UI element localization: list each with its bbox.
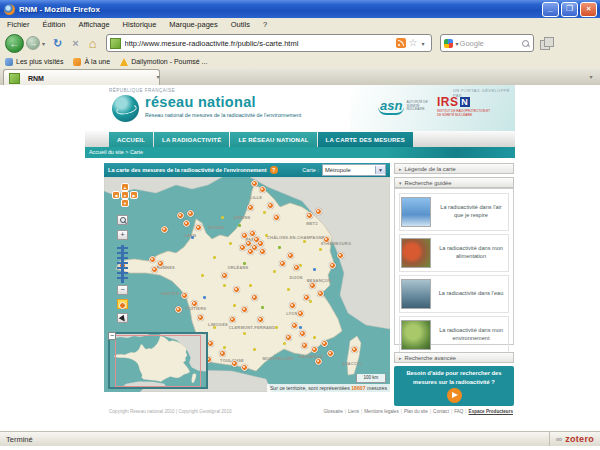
measure-marker[interactable] [229,316,236,323]
rss-icon[interactable] [396,38,406,48]
zoom-slider-tick[interactable] [117,272,128,274]
measure-marker[interactable] [181,292,188,299]
measure-marker[interactable] [287,252,294,259]
search-magnifier-icon[interactable] [521,39,530,48]
measure-marker[interactable] [273,214,280,221]
measure-marker[interactable] [183,220,190,227]
measure-marker[interactable] [279,260,286,267]
zoom-slider-tick[interactable] [117,262,128,264]
measure-marker[interactable] [161,226,168,233]
measure-marker[interactable] [233,286,240,293]
measure-marker[interactable] [323,236,330,243]
history-dropdown-icon[interactable]: ▾ [42,40,45,47]
measure-marker[interactable] [219,350,226,357]
url-text[interactable]: http://www.mesure-radioactivite.fr/publi… [125,39,396,48]
measure-marker[interactable] [291,322,298,329]
measure-marker[interactable] [175,306,182,313]
zoom-slider-tick[interactable] [117,267,128,269]
measure-marker[interactable] [221,272,228,279]
measure-marker[interactable] [259,186,266,193]
nav-tab-accueil[interactable]: ACCUEIL [109,132,153,147]
bookmark-most-visited[interactable]: Les plus visités [5,58,63,66]
measure-marker[interactable] [257,240,264,247]
restore-button[interactable]: ❐ [561,2,578,17]
tab-scroll-button[interactable]: ▾ [152,72,164,82]
measure-marker[interactable] [293,264,300,271]
bookmark-dailymotion[interactable]: Dailymotion - Poumsé ... [120,58,207,66]
measure-marker[interactable] [303,294,310,301]
zoom-slider-tick[interactable] [117,247,128,249]
measure-marker[interactable] [297,310,304,317]
bookmark-a-la-une[interactable]: À la une [73,58,110,66]
menu-edition[interactable]: Édition [43,20,66,29]
guided-item-environnement[interactable]: La radioactivité dans mon environnement [399,316,509,354]
measure-marker[interactable] [195,224,202,231]
measure-marker[interactable] [327,350,334,357]
search-input[interactable]: Google [460,39,521,48]
footer-link-mentions[interactable]: Mentions légales [364,409,404,414]
forward-button[interactable]: → [26,36,40,50]
zoom-box-tool-button[interactable] [117,215,128,225]
nav-tab-carte-des-mesures[interactable]: LA CARTE DES MESURES [318,132,413,147]
measure-marker[interactable] [301,342,308,349]
legend-accordion-header[interactable]: ▸ Légende de la carte [394,163,514,174]
footer-link-liens[interactable]: Liens [348,409,364,414]
measure-marker[interactable] [311,346,318,353]
measure-marker[interactable] [149,256,156,263]
menu-historique[interactable]: Historique [123,20,157,29]
measure-marker[interactable] [251,294,258,301]
menu-affichage[interactable]: Affichage [78,20,109,29]
zoom-slider-tick[interactable] [117,257,128,259]
search-engine-dropdown-icon[interactable]: ▾ [456,40,459,47]
extension-button-icon[interactable] [540,37,553,49]
inset-collapse-button[interactable]: − [108,332,116,340]
measure-marker[interactable] [285,334,292,341]
list-all-tabs-icon[interactable]: ▾ [585,72,597,82]
url-bar[interactable]: http://www.mesure-radioactivite.fr/publi… [106,34,432,52]
zoom-out-button[interactable]: − [117,285,128,295]
advanced-search-accordion-header[interactable]: ▸ Recherche avancée [394,352,514,363]
google-icon[interactable] [444,39,453,48]
measure-marker[interactable] [187,210,194,217]
markers-toggle-button[interactable] [117,299,128,309]
measure-marker[interactable] [247,248,254,255]
chevron-down-icon[interactable]: ▼ [375,166,385,174]
bookmark-star-icon[interactable]: ☆ [409,38,418,48]
zotero-zone[interactable]: ∞ zotero [549,432,600,446]
breadcrumb[interactable]: Accueil du site > Carte [89,149,143,155]
measure-marker[interactable] [151,266,158,273]
pan-right-button[interactable]: ▶ [130,191,138,199]
measure-marker[interactable] [251,180,258,187]
minimize-button[interactable]: _ [542,2,559,17]
measure-marker[interactable] [191,300,198,307]
footer-link-glossaire[interactable]: Glossaire [323,409,348,414]
carte-select[interactable]: Métropole ▼ [322,164,386,176]
menu-marque-pages[interactable]: Marque-pages [169,20,217,29]
zoom-slider-tick[interactable] [117,277,128,279]
measure-marker[interactable] [317,290,324,297]
measure-marker[interactable] [315,208,322,215]
map-help-icon[interactable]: ? [270,166,278,174]
measure-marker[interactable] [289,302,296,309]
measure-marker[interactable] [197,314,204,321]
measure-marker[interactable] [239,244,246,251]
tab-rnm[interactable]: RNM [3,69,160,86]
url-dropdown-icon[interactable]: ▾ [422,40,425,47]
measure-marker[interactable] [321,340,328,347]
site-logo-title[interactable]: réseau national [145,94,256,110]
pan-down-button[interactable]: ▼ [121,199,129,207]
map-canvas[interactable]: LILLEAMIENSROUENCAENPARISCHÂLONS-EN-CHAM… [104,177,390,392]
menu-outils[interactable]: Outils [231,20,250,29]
nav-tab-radioactivite[interactable]: LA RADIOACTIVITÉ [154,132,229,147]
measure-marker[interactable] [257,316,264,323]
back-button[interactable]: ← [5,34,24,53]
pointer-tool-button[interactable] [117,313,128,323]
measure-marker[interactable] [157,260,164,267]
footer-link-espace-producteurs[interactable]: Espace Producteurs [469,409,513,414]
measure-marker[interactable] [337,252,344,259]
zotero-label[interactable]: zotero [565,434,594,444]
footer-link-contact[interactable]: Contact [433,409,454,414]
measure-marker[interactable] [299,330,306,337]
measure-marker[interactable] [241,306,248,313]
reload-icon[interactable]: ↻ [53,37,62,50]
